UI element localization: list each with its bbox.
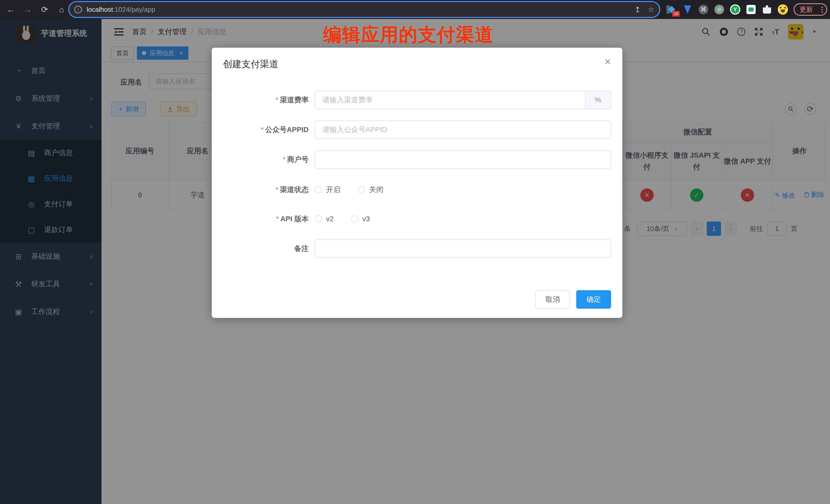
appid-field: [315, 121, 611, 139]
extension-icon-6[interactable]: [746, 4, 756, 14]
required-mark: *: [276, 96, 278, 104]
cancel-button[interactable]: 取消: [535, 290, 570, 309]
confirm-button[interactable]: 确定: [576, 290, 611, 309]
channel-rate-input[interactable]: [315, 91, 585, 109]
dialog-title: 创建支付渠道: [223, 58, 278, 70]
remark-input[interactable]: [315, 240, 611, 257]
site-info-icon[interactable]: i: [74, 6, 82, 13]
share-icon[interactable]: ↥: [634, 5, 640, 14]
channel-status-label: *渠道状态: [212, 185, 315, 195]
channel-rate-field: %: [315, 91, 611, 109]
radio-circle-icon: [315, 215, 322, 222]
required-mark: *: [276, 215, 279, 223]
radio-circle-icon: [315, 186, 322, 193]
merchant-id-input[interactable]: [315, 151, 611, 168]
url-path: :1024/pay/app: [113, 6, 155, 13]
forward-icon[interactable]: →: [22, 3, 34, 15]
required-mark: *: [283, 155, 286, 163]
api-v2-radio[interactable]: v2: [315, 215, 334, 223]
url-host: localhost: [87, 6, 113, 13]
appid-label: *公众号APPID: [212, 125, 315, 134]
api-version-label: *API 版本: [212, 214, 315, 224]
percent-suffix: %: [585, 91, 611, 109]
remark-label: 备注: [212, 244, 315, 254]
screen: ← → ⟳ ⌂ i localhost :1024/pay/app ↥ ☆ 10…: [0, 0, 830, 504]
status-closed-radio[interactable]: 关闭: [358, 185, 383, 195]
address-bar[interactable]: i localhost :1024/pay/app ↥ ☆: [69, 2, 659, 17]
create-payment-channel-dialog: 创建支付渠道 ✕ *渠道费率 % *公众号APPID *商户号 *渠道状态: [212, 48, 622, 318]
dialog-close-icon[interactable]: ✕: [604, 57, 611, 67]
profile-avatar[interactable]: [778, 4, 788, 14]
extension-icon-1[interactable]: 10: [667, 4, 677, 14]
required-mark: *: [276, 186, 278, 194]
annotation-text: 编辑应用的支付渠道: [323, 23, 494, 47]
browser-chrome: ← → ⟳ ⌂ i localhost :1024/pay/app ↥ ☆ 10…: [0, 0, 830, 19]
browser-menu-icon[interactable]: [818, 3, 827, 15]
merchant-id-field: [315, 150, 611, 169]
back-icon[interactable]: ←: [5, 3, 17, 15]
extension-badge: 10: [672, 11, 680, 17]
extension-icon-2[interactable]: [682, 4, 693, 14]
api-v3-radio[interactable]: v3: [351, 215, 370, 223]
extension-icon-5[interactable]: Y: [730, 4, 740, 14]
extension-icon-3[interactable]: ⌘: [698, 4, 708, 14]
chrome-update-button[interactable]: 更新: [794, 3, 818, 15]
remark-field: [315, 240, 611, 258]
home-icon[interactable]: ⌂: [55, 3, 68, 15]
merchant-id-label: *商户号: [212, 155, 315, 164]
required-mark: *: [261, 126, 264, 133]
bookmark-star-icon[interactable]: ☆: [648, 5, 654, 14]
appid-input[interactable]: [315, 121, 611, 138]
radio-circle-icon: [358, 186, 365, 193]
channel-rate-label: *渠道费率: [212, 95, 315, 105]
radio-circle-icon: [351, 215, 358, 222]
status-open-radio[interactable]: 开启: [315, 185, 341, 195]
reload-icon[interactable]: ⟳: [38, 3, 51, 15]
extension-icon-4[interactable]: [714, 4, 724, 14]
extensions-puzzle-icon[interactable]: [762, 4, 772, 14]
